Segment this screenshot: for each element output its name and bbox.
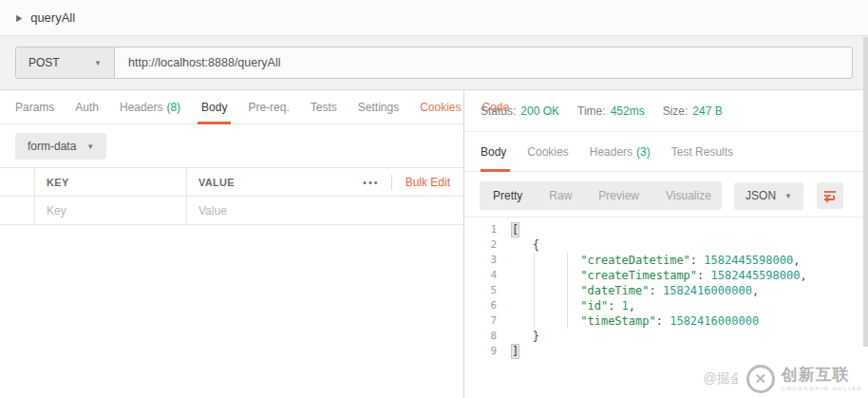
tab-label: Body <box>481 145 506 159</box>
tab-params[interactable]: Params <box>15 90 65 123</box>
tab-label: Params <box>15 101 54 114</box>
format-select[interactable]: JSON ▼ <box>734 182 803 210</box>
body-type-value: form-data <box>28 140 76 153</box>
cookies-link[interactable]: Cookies <box>409 90 471 123</box>
value-input[interactable] <box>198 204 452 218</box>
code-line: 3 "createDatetime": 1582445598000, <box>464 253 868 268</box>
request-tab-queryall[interactable]: ▶ queryAll <box>16 10 75 25</box>
more-options-icon[interactable]: ••• <box>353 173 389 192</box>
watermark-logo-box: ✕ 创新互联 CHUANGXIN HULIAN <box>738 361 866 397</box>
request-tab-title: queryAll <box>30 10 75 25</box>
indent-guide <box>567 253 568 329</box>
response-tab-test-results[interactable]: Test Results <box>661 132 744 171</box>
body-type-row: form-data ▼ <box>0 124 463 167</box>
tab-label: Settings <box>358 101 399 114</box>
response-toolbar: Pretty Raw Preview Visualize JSON ▼ <box>464 172 868 217</box>
view-pretty[interactable]: Pretty <box>480 181 536 210</box>
brand-name: 创新互联 <box>782 367 862 383</box>
indent-guide <box>534 253 535 329</box>
line-number: 2 <box>464 237 512 253</box>
chevron-down-icon: ▼ <box>94 59 102 67</box>
time-label: Time: <box>577 104 606 118</box>
tab-settings[interactable]: Settings <box>348 90 409 123</box>
tab-label: Headers <box>120 101 162 114</box>
watermark: @掘金 ✕ 创新互联 CHUANGXIN HULIAN <box>704 361 867 397</box>
response-tab-headers[interactable]: Headers (3) <box>579 132 661 171</box>
code-line: 6 "id": 1, <box>464 298 868 313</box>
code-line: 8 } <box>464 329 868 344</box>
response-tab-cookies[interactable]: Cookies <box>517 132 578 171</box>
request-tab-bar: ▶ queryAll <box>0 0 868 36</box>
status-value: 200 OK <box>520 104 559 118</box>
table-header-row: KEY VALUE ••• Bulk Edit <box>0 168 463 197</box>
tab-tests[interactable]: Tests <box>300 90 348 123</box>
handle-column <box>0 168 35 196</box>
line-number: 9 <box>464 344 512 359</box>
tab-label: Body <box>201 101 227 114</box>
tab-label: Cookies <box>527 145 568 159</box>
tab-label: Auth <box>75 101 99 114</box>
tab-headers[interactable]: Headers (8) <box>109 90 191 123</box>
wrap-text-icon <box>822 188 838 203</box>
time-meta: Time: 452ms <box>577 104 645 118</box>
code-text: { <box>512 237 539 253</box>
line-number: 4 <box>464 268 512 283</box>
response-meta-bar: Status: 200 OK Time: 452ms Size: 247 B <box>464 90 868 132</box>
line-number: 1 <box>464 222 512 237</box>
vertical-scrollbar[interactable] <box>863 37 868 347</box>
method-select[interactable]: POST ▼ <box>16 47 115 78</box>
main-split: Params Auth Headers (8) Body Pre-req. Te… <box>0 90 868 398</box>
headers-count-badge: (8) <box>166 101 180 114</box>
tab-auth[interactable]: Auth <box>65 90 109 123</box>
key-column-header: KEY <box>35 168 187 196</box>
code-line: 2 { <box>464 237 868 253</box>
url-input[interactable] <box>115 47 852 78</box>
line-number: 7 <box>464 313 512 329</box>
view-visualize[interactable]: Visualize <box>652 181 722 210</box>
size-value: 247 B <box>692 104 722 118</box>
row-handle[interactable] <box>0 197 35 224</box>
brand-logo-icon: ✕ <box>746 365 775 393</box>
tab-label: Test Results <box>671 145 733 159</box>
code-text: } <box>512 329 539 344</box>
table-actions: ••• Bulk Edit <box>353 168 463 196</box>
headers-count-badge: (3) <box>636 145 651 159</box>
time-value: 452ms <box>611 104 645 118</box>
key-cell <box>35 197 187 224</box>
chevron-right-icon: ▶ <box>16 12 22 23</box>
tab-label: Pre-req. <box>248 101 289 114</box>
view-mode-group: Pretty Raw Preview Visualize <box>480 181 722 210</box>
code-text: "createDatetime": 1582445598000, <box>512 253 800 268</box>
value-column-header: VALUE <box>187 168 353 196</box>
response-tab-body[interactable]: Body <box>481 132 517 171</box>
brand-subtitle: CHUANGXIN HULIAN <box>782 386 862 391</box>
response-tabs: Body Cookies Headers (3) Test Results <box>464 132 868 172</box>
status-meta: Status: 200 OK <box>481 104 559 118</box>
view-preview[interactable]: Preview <box>585 181 652 210</box>
line-number: 6 <box>464 298 512 313</box>
status-label: Status: <box>481 104 516 118</box>
response-panel: Status: 200 OK Time: 452ms Size: 247 B B… <box>464 90 868 398</box>
body-type-select[interactable]: form-data ▼ <box>15 133 106 160</box>
divider <box>391 175 392 190</box>
url-bar: POST ▼ <box>15 47 853 79</box>
table-row <box>0 197 463 225</box>
tab-body[interactable]: Body <box>191 90 237 123</box>
view-raw[interactable]: Raw <box>536 181 585 210</box>
line-number: 8 <box>464 329 512 344</box>
tab-pre-request[interactable]: Pre-req. <box>237 90 299 123</box>
line-number: 3 <box>464 253 512 268</box>
chevron-down-icon: ▼ <box>784 192 792 200</box>
form-data-table: KEY VALUE ••• Bulk Edit <box>0 167 463 225</box>
key-input[interactable] <box>47 204 175 218</box>
code-text: [ <box>512 222 519 237</box>
size-meta: Size: 247 B <box>663 104 723 118</box>
request-panel: Params Auth Headers (8) Body Pre-req. Te… <box>0 90 464 398</box>
wrap-text-button[interactable] <box>817 182 843 209</box>
url-row: POST ▼ <box>0 36 868 90</box>
code-text: "id": 1, <box>512 298 635 313</box>
code-line: 7 "timeStamp": 1582416000000 <box>464 313 868 329</box>
format-value: JSON <box>745 189 776 202</box>
tab-label: Headers <box>590 145 632 159</box>
bulk-edit-button[interactable]: Bulk Edit <box>394 172 456 193</box>
